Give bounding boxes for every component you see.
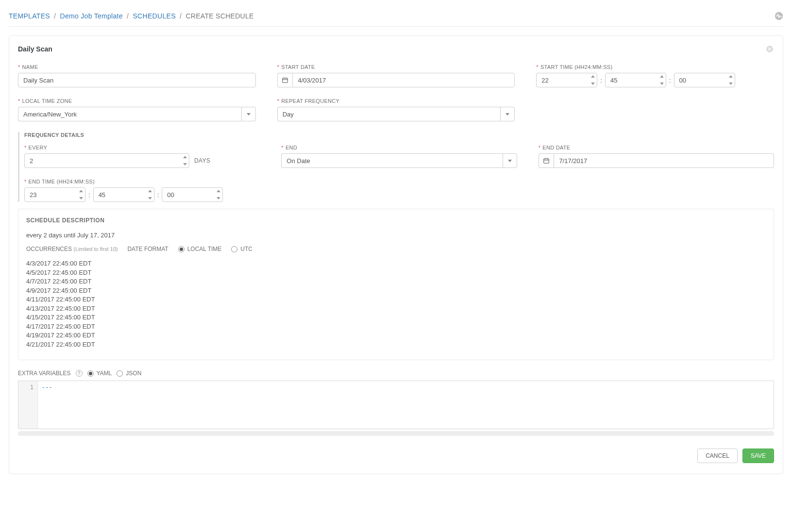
spin-up-icon[interactable]	[727, 74, 734, 79]
breadcrumb-current: CREATE SCHEDULE	[185, 12, 253, 20]
occurrence-item: 4/7/2017 22:45:00 EDT	[26, 277, 766, 286]
extra-vars-yaml-radio[interactable]: YAML	[87, 370, 112, 377]
every-input[interactable]	[24, 153, 189, 168]
breadcrumb: TEMPLATES / Demo Job Template / SCHEDULE…	[9, 12, 254, 20]
occurrences-list: 4/3/2017 22:45:00 EDT4/5/2017 22:45:00 E…	[26, 259, 766, 349]
end-time-ss[interactable]	[162, 187, 223, 202]
chevron-down-icon[interactable]	[503, 153, 517, 168]
breadcrumb-bar: TEMPLATES / Demo Job Template / SCHEDULE…	[9, 3, 783, 27]
occurrence-item: 4/5/2017 22:45:00 EDT	[26, 268, 766, 277]
start-time-mm[interactable]	[605, 73, 666, 87]
occurrence-item: 4/9/2017 22:45:00 EDT	[26, 286, 766, 295]
schedule-description-title: SCHEDULE DESCRIPTION	[26, 217, 766, 224]
occurrence-item: 4/19/2017 22:45:00 EDT	[26, 331, 766, 340]
breadcrumb-templates[interactable]: TEMPLATES	[9, 12, 50, 20]
chevron-down-icon[interactable]	[500, 107, 515, 121]
extra-variables-label: EXTRA VARIABLES	[18, 370, 71, 377]
breadcrumb-job-template[interactable]: Demo Job Template	[60, 12, 123, 20]
end-select[interactable]: On Date	[281, 153, 517, 168]
spin-down-icon[interactable]	[215, 196, 222, 201]
schedule-description-box: SCHEDULE DESCRIPTION every 2 days until …	[18, 209, 774, 360]
timezone-label: LOCAL TIME ZONE	[22, 98, 72, 104]
start-date-input[interactable]	[292, 73, 515, 87]
spin-up-icon[interactable]	[658, 74, 665, 79]
end-date-input[interactable]	[554, 153, 774, 168]
editor-content[interactable]: ---	[38, 381, 774, 429]
repeat-frequency-select[interactable]: Day	[277, 107, 515, 121]
save-button[interactable]: SAVE	[742, 449, 774, 463]
end-time-mm[interactable]	[93, 187, 154, 202]
svg-rect-2	[283, 78, 288, 83]
start-time-hh[interactable]	[536, 73, 597, 87]
spin-down-icon[interactable]	[658, 81, 665, 86]
spin-up-icon[interactable]	[590, 74, 596, 79]
cancel-button[interactable]: CANCEL	[697, 449, 738, 463]
occurrence-item: 4/13/2017 22:45:00 EDT	[26, 304, 766, 313]
repeat-frequency-label: REPEAT FREQUENCY	[281, 98, 339, 104]
name-input[interactable]	[18, 73, 256, 87]
spin-down-icon[interactable]	[78, 196, 84, 201]
schedule-description-summary: every 2 days until July 17, 2017	[26, 232, 766, 239]
chevron-down-icon[interactable]	[241, 107, 256, 121]
spin-down-icon[interactable]	[147, 196, 153, 201]
spin-up-icon[interactable]	[182, 154, 188, 160]
date-format-utc-radio[interactable]: UTC	[231, 246, 253, 252]
help-icon[interactable]: ?	[76, 370, 83, 377]
page-title: Daily Scan	[18, 45, 52, 53]
close-panel-button[interactable]	[765, 45, 774, 53]
calendar-icon[interactable]	[539, 153, 554, 168]
every-unit: DAYS	[194, 157, 210, 164]
editor-scrollbar[interactable]	[18, 431, 774, 436]
extra-vars-editor[interactable]: 1 ---	[18, 381, 774, 429]
date-format-local-radio[interactable]: LOCAL TIME	[178, 246, 222, 252]
end-date-label: END DATE	[542, 145, 570, 150]
frequency-details-title: FREQUENCY DETAILS	[24, 132, 774, 138]
breadcrumb-schedules[interactable]: SCHEDULES	[133, 12, 175, 20]
occurrence-item: 4/15/2017 22:45:00 EDT	[26, 313, 766, 322]
editor-gutter: 1	[18, 381, 38, 429]
start-time-label: START TIME (HH24:MM:SS)	[540, 64, 613, 70]
end-time-label: END TIME (HH24:MM:SS)	[29, 179, 95, 184]
schedule-form-panel: Daily Scan *NAME *START DATE	[9, 35, 783, 474]
name-label: NAME	[22, 64, 38, 70]
end-label: END	[286, 145, 297, 150]
start-time-ss[interactable]	[674, 73, 735, 87]
occurrences-label: OCCURRENCES	[26, 246, 72, 252]
calendar-icon[interactable]	[277, 73, 293, 87]
every-label: EVERY	[29, 145, 48, 150]
spin-down-icon[interactable]	[590, 81, 596, 86]
activity-stream-icon[interactable]	[775, 12, 783, 20]
svg-rect-6	[544, 159, 549, 163]
spin-up-icon[interactable]	[78, 188, 84, 194]
occurrence-item: 4/11/2017 22:45:00 EDT	[26, 295, 766, 304]
occurrences-note: (Limited to first 10)	[73, 246, 118, 252]
spin-up-icon[interactable]	[215, 188, 222, 194]
occurrence-item: 4/3/2017 22:45:00 EDT	[26, 259, 766, 268]
spin-down-icon[interactable]	[727, 81, 734, 86]
start-date-label: START DATE	[281, 64, 315, 70]
occurrence-item: 4/17/2017 22:45:00 EDT	[26, 322, 766, 331]
date-format-label: DATE FORMAT	[127, 246, 168, 252]
spin-down-icon[interactable]	[182, 162, 188, 167]
timezone-select[interactable]: America/New_York	[18, 107, 256, 121]
end-time-hh[interactable]	[24, 187, 85, 202]
occurrence-item: 4/21/2017 22:45:00 EDT	[26, 340, 766, 349]
extra-vars-json-radio[interactable]: JSON	[117, 370, 141, 377]
spin-up-icon[interactable]	[147, 188, 153, 194]
